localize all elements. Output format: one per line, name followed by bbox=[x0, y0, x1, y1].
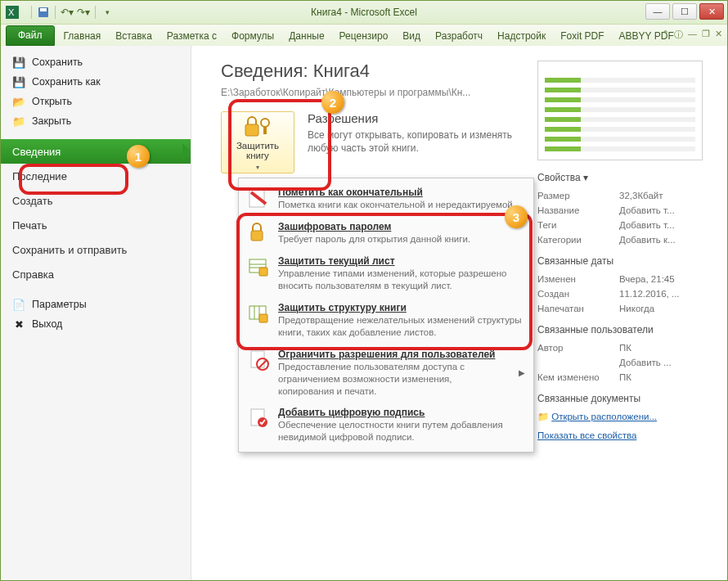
sidebar-close[interactable]: 📁Закрыть bbox=[1, 111, 191, 131]
menu-add-signature[interactable]: Добавить цифровую подписьОбеспечение цел… bbox=[239, 402, 533, 448]
save-as-icon: 💾 bbox=[12, 75, 25, 88]
doc-close-icon[interactable]: ✕ bbox=[715, 29, 722, 41]
doc-min-icon[interactable]: — bbox=[688, 29, 697, 41]
menu-item-desc: Пометка книги как окончательной и нереда… bbox=[278, 199, 515, 211]
prop-last-modified-by: Кем измененоПК bbox=[537, 370, 717, 385]
ribbon-minimize-icon[interactable]: ⌃ bbox=[662, 29, 669, 41]
tab-formulas[interactable]: Формулы bbox=[224, 26, 281, 46]
sidebar-nav-label: Сведения bbox=[12, 146, 61, 158]
tab-layout[interactable]: Разметка с bbox=[160, 26, 224, 46]
sidebar-nav-print[interactable]: Печать bbox=[1, 213, 191, 237]
permissions-block: Защитить книгу ▾ Разрешения Все могут от… bbox=[221, 111, 528, 173]
tab-view[interactable]: Вид bbox=[395, 26, 428, 46]
minimize-button[interactable]: — bbox=[645, 3, 670, 20]
sidebar-nav-label: Справка bbox=[12, 268, 54, 281]
menu-item-desc: Обеспечение целостности книги путем доба… bbox=[278, 419, 525, 444]
sidebar-nav-recent[interactable]: Последние bbox=[1, 164, 191, 188]
excel-app-icon: X bbox=[6, 6, 19, 19]
svg-rect-3 bbox=[40, 8, 47, 11]
tab-data[interactable]: Данные bbox=[281, 26, 331, 46]
menu-item-title: Зашифровать паролем bbox=[278, 221, 470, 232]
permissions-title: Разрешения bbox=[308, 111, 520, 125]
users-header: Связанные пользователи bbox=[537, 324, 717, 336]
protect-sheet-icon bbox=[247, 255, 270, 278]
sidebar-nav-label: Печать bbox=[12, 219, 47, 232]
menu-mark-final[interactable]: Пометить как окончательныйПометка книги … bbox=[239, 182, 533, 216]
backstage-sidebar: 💾Сохранить 💾Сохранить как 📂Открыть 📁Закр… bbox=[1, 46, 191, 580]
sidebar-nav-info[interactable]: Сведения bbox=[1, 139, 191, 164]
submenu-arrow-icon: ▶ bbox=[519, 368, 525, 377]
sidebar-open[interactable]: 📂Открыть bbox=[1, 92, 191, 111]
protect-button-label: Защитить книгу bbox=[227, 141, 289, 160]
sidebar-nav-help[interactable]: Справка bbox=[1, 262, 191, 286]
titlebar: X ↶▾ ↷▾ ▾ Книга4 - Microsoft Excel — ☐ ✕ bbox=[1, 1, 727, 25]
menu-item-desc: Управление типами изменений, которые раз… bbox=[278, 268, 525, 292]
tab-foxit[interactable]: Foxit PDF bbox=[553, 26, 611, 46]
dates-header: Связанные даты bbox=[537, 255, 717, 267]
sidebar-label: Выход bbox=[32, 318, 62, 330]
doc-restore-icon[interactable]: ❐ bbox=[702, 29, 710, 41]
open-location-link[interactable]: 📁 Открыть расположени... bbox=[537, 409, 717, 424]
properties-header[interactable]: Свойства ▾ bbox=[537, 172, 717, 183]
folder-icon: 📁 bbox=[12, 115, 25, 128]
menu-item-title: Защитить текущий лист bbox=[278, 255, 525, 267]
info-path: E:\Заработок\Копирайт\Компьютеры и прогр… bbox=[221, 87, 528, 98]
sidebar-nav-share[interactable]: Сохранить и отправить bbox=[1, 237, 191, 262]
menu-restrict-permission[interactable]: Ограничить разрешения для пользователейП… bbox=[239, 344, 533, 403]
svg-rect-12 bbox=[259, 268, 267, 276]
menu-protect-sheet[interactable]: Защитить текущий листУправление типами и… bbox=[239, 250, 533, 297]
prop-title[interactable]: НазваниеДобавить т... bbox=[537, 203, 717, 218]
tab-addins[interactable]: Надстройк bbox=[490, 26, 553, 46]
lock-key-icon bbox=[244, 115, 272, 137]
related-docs-header: Связанные документы bbox=[537, 393, 717, 404]
chevron-down-icon: ▾ bbox=[256, 164, 259, 171]
encrypt-icon bbox=[247, 221, 270, 244]
redo-icon[interactable]: ↷▾ bbox=[76, 5, 91, 20]
prop-add-author[interactable]: Добавить ... bbox=[537, 355, 717, 370]
folder-icon: 📁 bbox=[537, 411, 549, 422]
options-icon: 📄 bbox=[12, 298, 25, 311]
sidebar-nav-new[interactable]: Создать bbox=[1, 188, 191, 213]
save-icon[interactable] bbox=[36, 5, 51, 20]
info-heading: Сведения: Книга4 bbox=[221, 61, 528, 82]
prop-modified: ИзмененВчера, 21:45 bbox=[537, 272, 717, 286]
open-icon: 📂 bbox=[12, 95, 25, 108]
sidebar-label: Сохранить bbox=[32, 56, 83, 68]
menu-item-title: Пометить как окончательный bbox=[278, 187, 515, 198]
sidebar-label: Параметры bbox=[32, 299, 87, 310]
menu-protect-structure[interactable]: Защитить структуру книгиПредотвращение н… bbox=[239, 297, 533, 344]
tab-home[interactable]: Главная bbox=[56, 26, 109, 46]
protect-workbook-button[interactable]: Защитить книгу ▾ bbox=[221, 111, 294, 173]
menu-item-title: Добавить цифровую подпись bbox=[278, 407, 525, 418]
menu-item-desc: Предоставление пользователям доступа с о… bbox=[278, 361, 510, 398]
maximize-button[interactable]: ☐ bbox=[672, 3, 697, 20]
tab-review[interactable]: Рецензиро bbox=[332, 26, 396, 46]
tab-file[interactable]: Файл bbox=[6, 25, 55, 46]
svg-rect-6 bbox=[263, 126, 267, 134]
sidebar-exit[interactable]: ✖Выход bbox=[1, 314, 191, 334]
prop-author: АвторПК bbox=[537, 340, 717, 355]
protect-structure-icon bbox=[247, 302, 270, 325]
tab-insert[interactable]: Вставка bbox=[108, 26, 160, 46]
menu-encrypt[interactable]: Зашифровать паролемТребует пароль для от… bbox=[239, 216, 533, 250]
window-controls: — ☐ ✕ bbox=[645, 3, 724, 20]
prop-tags[interactable]: ТегиДобавить т... bbox=[537, 218, 717, 232]
properties-panel: Свойства ▾ Размер32,3Кбайт НазваниеДобав… bbox=[528, 46, 727, 580]
menu-item-title: Защитить структуру книги bbox=[278, 302, 525, 313]
sidebar-nav-label: Сохранить и отправить bbox=[12, 244, 127, 256]
show-all-props-link[interactable]: Показать все свойства bbox=[537, 430, 717, 440]
help-icon[interactable]: ⓘ bbox=[674, 29, 683, 41]
undo-icon[interactable]: ↶▾ bbox=[60, 5, 74, 20]
sidebar-save[interactable]: 💾Сохранить bbox=[1, 52, 191, 72]
tab-developer[interactable]: Разработч bbox=[428, 26, 490, 46]
close-button[interactable]: ✕ bbox=[699, 3, 724, 20]
qat-customize-icon[interactable]: ▾ bbox=[100, 5, 115, 20]
exit-icon: ✖ bbox=[12, 318, 25, 331]
save-icon: 💾 bbox=[12, 56, 25, 69]
sidebar-options[interactable]: 📄Параметры bbox=[1, 295, 191, 314]
callout-badge-1: 1 bbox=[127, 145, 150, 168]
menu-item-desc: Требует пароль для открытия данной книги… bbox=[278, 233, 470, 245]
sidebar-save-as[interactable]: 💾Сохранить как bbox=[1, 72, 191, 92]
prop-categories[interactable]: КатегорииДобавить к... bbox=[537, 232, 717, 247]
sidebar-nav-label: Последние bbox=[12, 170, 67, 182]
